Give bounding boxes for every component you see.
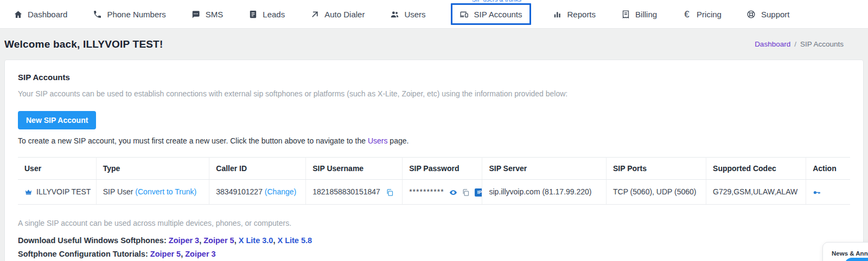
page-title: Welcome back, ILLYVOIP TEST! bbox=[4, 38, 163, 50]
col-header-user: User bbox=[18, 158, 96, 180]
news-widget-button[interactable] bbox=[845, 258, 868, 261]
table-header-row: User Type Caller ID SIP Username SIP Pas… bbox=[18, 158, 850, 180]
nav-item-sip-accounts[interactable]: SIP users & trunks SIP Accounts bbox=[451, 3, 531, 25]
nav-label: SMS bbox=[206, 10, 224, 19]
nav-item-billing[interactable]: Billing bbox=[621, 9, 657, 19]
zoiper5-download-link[interactable]: Zoiper 5 bbox=[203, 236, 234, 245]
nav-label: SIP Accounts bbox=[474, 10, 522, 19]
new-sip-account-button[interactable]: New SIP Account bbox=[18, 111, 96, 129]
single-account-note: A single SIP account can be used across … bbox=[18, 219, 850, 227]
sip-server-value: sip.illyvoip.com (81.17.99.220) bbox=[489, 187, 591, 196]
breadcrumb: Dashboard/SIP Accounts bbox=[755, 40, 844, 48]
col-header-sip-password: SIP Password bbox=[403, 158, 482, 180]
copy-username-icon[interactable] bbox=[386, 188, 394, 197]
col-header-sip-server: SIP Server bbox=[482, 158, 607, 180]
crown-icon bbox=[24, 188, 33, 196]
devices-icon bbox=[459, 9, 469, 19]
news-widget-title: News & Announcements bbox=[832, 250, 868, 257]
nav-label: Billing bbox=[635, 10, 657, 19]
sip-accounts-card: SIP Accounts Your SIP accounts can be us… bbox=[4, 60, 864, 261]
top-navbar: Dashboard Phone Numbers SMS Leads Auto D… bbox=[0, 0, 868, 29]
bar-chart-icon bbox=[553, 9, 563, 19]
col-header-supported-codec: Supported Codec bbox=[706, 158, 806, 180]
col-header-sip-username: SIP Username bbox=[306, 158, 403, 180]
nav-label: Phone Numbers bbox=[107, 10, 165, 19]
euro-icon: € bbox=[682, 9, 692, 19]
nav-item-leads[interactable]: Leads bbox=[248, 9, 285, 19]
card-title: SIP Accounts bbox=[18, 73, 850, 82]
breadcrumb-separator: / bbox=[794, 40, 796, 48]
zoiper3-download-link[interactable]: Zoiper 3 bbox=[169, 236, 199, 245]
zoiper5-tutorial-link[interactable]: Zoiper 5 bbox=[150, 250, 181, 258]
nav-item-users[interactable]: Users bbox=[390, 9, 425, 19]
nav-label: Pricing bbox=[697, 10, 722, 19]
caller-id-value: 38349101227 bbox=[216, 187, 265, 196]
ip-auth-badge[interactable]: IP bbox=[475, 188, 482, 197]
sip-accounts-tooltip: SIP users & trunks bbox=[472, 0, 521, 3]
show-password-eye-icon[interactable] bbox=[449, 188, 457, 197]
nav-label: Support bbox=[761, 10, 790, 19]
nav-item-pricing[interactable]: € Pricing bbox=[682, 9, 722, 19]
nav-item-support[interactable]: Support bbox=[746, 9, 790, 19]
xlite30-download-link[interactable]: X Lite 3.0 bbox=[239, 236, 273, 245]
receipt-icon bbox=[621, 9, 630, 19]
nav-item-auto-dialer[interactable]: Auto Dialer bbox=[310, 9, 365, 19]
nav-label: Reports bbox=[567, 10, 596, 19]
account-type: SIP User bbox=[103, 187, 136, 196]
home-icon bbox=[13, 9, 23, 19]
nav-label: Dashboard bbox=[28, 10, 67, 19]
col-header-caller-id: Caller ID bbox=[209, 158, 306, 180]
change-caller-id-link[interactable]: (Change) bbox=[265, 187, 296, 196]
reset-password-key-icon[interactable] bbox=[813, 188, 821, 197]
users-page-link[interactable]: Users bbox=[368, 136, 388, 145]
nav-label: Auto Dialer bbox=[324, 10, 365, 19]
supported-codec-value: G729,GSM,ULAW,ALAW bbox=[713, 187, 797, 196]
create-note: To create a new SIP account, you must fi… bbox=[18, 136, 850, 145]
list-separator: , bbox=[234, 236, 239, 245]
users-icon bbox=[390, 9, 399, 19]
phone-icon bbox=[92, 9, 102, 19]
news-announcements-widget[interactable]: News & Announcements bbox=[822, 242, 868, 261]
col-header-action: Action bbox=[806, 158, 850, 180]
create-note-text-after: page. bbox=[387, 136, 409, 145]
col-header-sip-ports: SIP Ports bbox=[606, 158, 706, 180]
nav-item-dashboard[interactable]: Dashboard bbox=[13, 9, 67, 19]
nav-item-reports[interactable]: Reports bbox=[553, 9, 596, 19]
contact-book-icon bbox=[248, 9, 258, 19]
breadcrumb-dashboard-link[interactable]: Dashboard bbox=[755, 40, 790, 48]
arrow-up-right-icon bbox=[310, 9, 320, 19]
user-name: ILLYVOIP TEST bbox=[36, 187, 91, 196]
lifebuoy-icon bbox=[746, 9, 756, 19]
softphones-line: Download Useful Windows Softphones: Zoip… bbox=[18, 236, 850, 245]
user-cell: ILLYVOIP TEST bbox=[24, 187, 90, 196]
sip-username-value: 1821858830151847 bbox=[312, 187, 380, 196]
zoiper3-tutorial-link[interactable]: Zoiper 3 bbox=[185, 250, 215, 258]
message-icon bbox=[191, 9, 201, 19]
convert-to-trunk-link[interactable]: (Convert to Trunk) bbox=[135, 187, 196, 196]
welcome-bar: Welcome back, ILLYVOIP TEST! Dashboard/S… bbox=[0, 29, 868, 60]
sip-password-masked: ********** bbox=[409, 187, 444, 196]
sip-accounts-table: User Type Caller ID SIP Username SIP Pas… bbox=[18, 157, 850, 205]
create-note-text: To create a new SIP account, you must fi… bbox=[18, 136, 368, 145]
copy-password-icon[interactable] bbox=[462, 188, 470, 197]
tutorials-line: Softphone Configuration Tutorials: Zoipe… bbox=[18, 250, 850, 258]
xlite58-download-link[interactable]: X Lite 5.8 bbox=[277, 236, 312, 245]
tutorials-label: Softphone Configuration Tutorials: bbox=[18, 250, 150, 258]
sip-ports-value: TCP (5060), UDP (5060) bbox=[613, 187, 697, 196]
nav-label: Users bbox=[404, 10, 425, 19]
col-header-type: Type bbox=[96, 158, 209, 180]
softphones-label: Download Useful Windows Softphones: bbox=[18, 236, 169, 245]
card-description: Your SIP accounts can be used to establi… bbox=[18, 89, 850, 98]
nav-item-sms[interactable]: SMS bbox=[191, 9, 224, 19]
table-row: ILLYVOIP TEST SIP User (Convert to Trunk… bbox=[18, 180, 850, 205]
nav-item-phone-numbers[interactable]: Phone Numbers bbox=[92, 9, 165, 19]
breadcrumb-current: SIP Accounts bbox=[800, 40, 844, 48]
nav-label: Leads bbox=[263, 10, 285, 19]
